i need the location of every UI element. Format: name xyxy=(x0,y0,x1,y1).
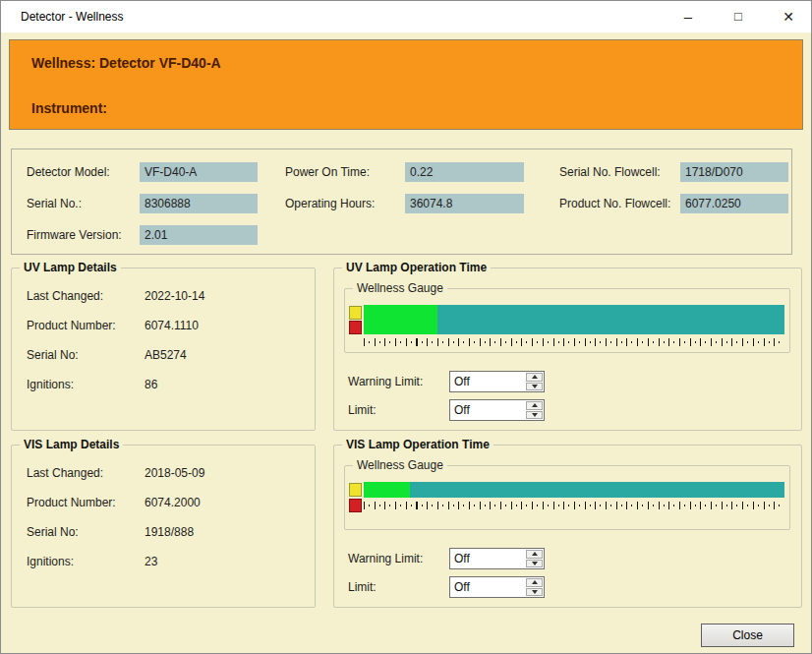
vis-warning-spin-up-button[interactable] xyxy=(526,550,543,559)
vis-gauge-limit-marker xyxy=(349,499,362,512)
uv-serial-no-label: Serial No: xyxy=(27,345,79,365)
banner-title: Wellness: Detector VF-D40-A xyxy=(31,55,221,71)
vis-product-number-value: 6074.2000 xyxy=(145,493,201,512)
maximize-icon[interactable]: □ xyxy=(722,1,755,32)
vis-serial-no-value: 1918/888 xyxy=(145,522,194,542)
vis-warning-spin-down-button[interactable] xyxy=(526,560,543,568)
uv-ignitions-value: 86 xyxy=(145,375,157,394)
uv-serial-no-value: AB5274 xyxy=(145,345,187,365)
uv-lamp-details-title: UV Lamp Details xyxy=(20,261,121,274)
vis-wellness-gauge-title: Wellness Gauge xyxy=(353,458,447,472)
title-bar: Detector - Wellness – □ ✕ xyxy=(1,1,811,32)
arrow-down-icon xyxy=(532,590,538,594)
arrow-up-icon xyxy=(532,403,538,407)
product-flowcell-label: Product No. Flowcell: xyxy=(559,194,670,213)
firmware-version-label: Firmware Version: xyxy=(27,225,122,245)
vis-limit-spin-down-button[interactable] xyxy=(526,588,543,597)
operating-hours-label: Operating Hours: xyxy=(285,194,375,213)
instrument-info-panel: Detector Model: VF-D40-A Serial No.: 830… xyxy=(11,149,792,255)
vis-limit-spin-up-button[interactable] xyxy=(526,578,543,587)
vis-lamp-operation-title: VIS Lamp Operation Time xyxy=(342,438,493,451)
uv-warning-limit-spinner[interactable]: Off xyxy=(449,371,545,392)
uv-warning-spin-up-button[interactable] xyxy=(526,373,543,382)
uv-last-changed-value: 2022-10-14 xyxy=(145,286,204,306)
vis-warning-limit-value: Off xyxy=(454,549,470,568)
vis-lamp-details-title: VIS Lamp Details xyxy=(20,438,123,451)
product-flowcell-value: 6077.0250 xyxy=(680,194,788,213)
uv-limit-label: Limit: xyxy=(348,399,377,421)
close-icon[interactable]: ✕ xyxy=(772,1,805,32)
serial-no-label: Serial No.: xyxy=(27,194,82,213)
serial-flowcell-label: Serial No. Flowcell: xyxy=(559,162,661,182)
uv-product-number-value: 6074.1110 xyxy=(145,316,199,335)
window-title: Detector - Wellness xyxy=(21,1,123,32)
uv-limit-spinner[interactable]: Off xyxy=(449,399,545,421)
vis-serial-no-label: Serial No: xyxy=(27,522,79,542)
power-on-time-value: 0.22 xyxy=(405,162,524,182)
uv-product-number-label: Product Number: xyxy=(27,316,116,335)
detector-model-label: Detector Model: xyxy=(27,162,110,182)
dialog-client-area: Wellness: Detector VF-D40-A Instrument: … xyxy=(1,32,811,653)
serial-no-value: 8306888 xyxy=(140,194,258,213)
uv-gauge-elapsed xyxy=(364,305,437,334)
vis-last-changed-label: Last Changed: xyxy=(27,463,103,483)
vis-lamp-details-group: VIS Lamp Details Last Changed: 2018-05-0… xyxy=(11,445,316,608)
vis-gauge-elapsed xyxy=(364,482,410,498)
wellness-banner: Wellness: Detector VF-D40-A Instrument: xyxy=(9,39,803,130)
uv-warning-spin-down-button[interactable] xyxy=(526,383,543,391)
vis-limit-value: Off xyxy=(454,577,470,597)
operating-hours-value: 36074.8 xyxy=(405,194,524,213)
uv-limit-spin-up-button[interactable] xyxy=(526,401,543,410)
vis-warning-limit-label: Warning Limit: xyxy=(348,548,423,569)
vis-ignitions-value: 23 xyxy=(145,552,157,571)
banner-instrument-label: Instrument: xyxy=(31,100,107,116)
detector-model-value: VF-D40-A xyxy=(140,162,258,182)
vis-ignitions-label: Ignitions: xyxy=(27,552,74,571)
power-on-time-label: Power On Time: xyxy=(285,162,370,182)
minimize-icon[interactable]: – xyxy=(671,1,705,32)
vis-lamp-operation-group: VIS Lamp Operation Time Wellness Gauge W… xyxy=(333,445,802,608)
arrow-up-icon xyxy=(532,375,538,379)
uv-warning-limit-label: Warning Limit: xyxy=(348,371,423,392)
uv-lamp-operation-group: UV Lamp Operation Time Wellness Gauge Wa… xyxy=(333,268,802,431)
vis-gauge-warning-marker xyxy=(349,483,362,497)
uv-wellness-gauge-group: Wellness Gauge xyxy=(344,288,790,353)
arrow-up-icon xyxy=(532,552,538,556)
arrow-down-icon xyxy=(532,562,538,565)
arrow-down-icon xyxy=(532,385,538,388)
uv-lamp-operation-title: UV Lamp Operation Time xyxy=(342,261,491,274)
uv-gauge-limit-marker xyxy=(349,321,362,334)
vis-gauge-bar xyxy=(364,482,784,498)
uv-last-changed-label: Last Changed: xyxy=(27,286,103,306)
arrow-up-icon xyxy=(532,580,538,584)
firmware-version-value: 2.01 xyxy=(140,225,258,245)
close-button[interactable]: Close xyxy=(701,624,794,647)
vis-gauge-ticks xyxy=(364,502,784,509)
vis-warning-limit-spinner[interactable]: Off xyxy=(449,548,545,569)
uv-gauge-warning-marker xyxy=(349,306,362,320)
serial-flowcell-value: 1718/D070 xyxy=(680,162,788,182)
dialog-window: Detector - Wellness – □ ✕ Wellness: Dete… xyxy=(0,0,812,654)
vis-limit-spinner[interactable]: Off xyxy=(449,576,545,598)
uv-gauge-ticks xyxy=(364,338,784,346)
vis-last-changed-value: 2018-05-09 xyxy=(145,463,204,483)
uv-ignitions-label: Ignitions: xyxy=(27,375,74,394)
vis-wellness-gauge-group: Wellness Gauge xyxy=(344,465,790,530)
uv-gauge-bar xyxy=(364,305,784,334)
uv-lamp-details-group: UV Lamp Details Last Changed: 2022-10-14… xyxy=(11,268,316,431)
vis-product-number-label: Product Number: xyxy=(27,493,116,512)
vis-limit-label: Limit: xyxy=(348,576,377,598)
uv-warning-limit-value: Off xyxy=(454,372,470,391)
uv-limit-spin-down-button[interactable] xyxy=(526,411,543,420)
arrow-down-icon xyxy=(532,413,538,417)
uv-limit-value: Off xyxy=(454,400,470,420)
uv-wellness-gauge-title: Wellness Gauge xyxy=(353,281,447,295)
